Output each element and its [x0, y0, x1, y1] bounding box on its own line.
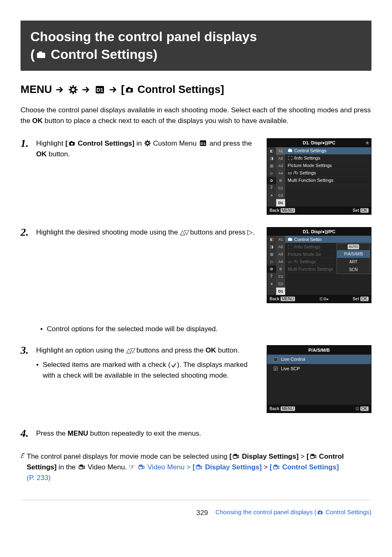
- my-tab-icon: ★: [267, 280, 276, 288]
- info-icon: ⛶: [288, 244, 292, 251]
- popup-row: AUTO: [337, 244, 370, 250]
- step-3-sub-bullet: • Selected items are marked with a check…: [36, 360, 259, 381]
- footer-section-link[interactable]: Choosing the control panel displays ( Co…: [215, 508, 371, 517]
- sec: B: [276, 177, 285, 184]
- t: Highlight: [36, 139, 65, 147]
- footnote: 𝓔́ The control panel displays for movie …: [21, 451, 371, 483]
- t: Control Settings): [324, 508, 371, 515]
- sec: C2: [276, 192, 285, 199]
- sec: B: [276, 265, 285, 273]
- lbl: /Info Settings: [294, 155, 320, 162]
- up-down-triangle-icon: △▽: [126, 347, 134, 354]
- sec: A4: [276, 258, 285, 265]
- lbl: /↻ Settings: [293, 258, 316, 265]
- sec-active: D1: [276, 288, 285, 295]
- menu-sections: A1 A2 A3 A4 B C1 C2 D1: [276, 147, 285, 207]
- t: Selected items are marked with a check (: [43, 361, 171, 369]
- right-triangle-icon: ▷: [247, 228, 253, 236]
- check-toggle-icon: ☑: [355, 406, 359, 411]
- t: Press the: [36, 429, 68, 437]
- bullet-icon: •: [36, 360, 39, 381]
- sec: C1: [276, 273, 285, 280]
- video-tab-icon: ▥: [267, 251, 276, 258]
- camera1-tab-icon: ◧: [267, 147, 276, 155]
- camera-icon: [68, 140, 76, 147]
- menu-header: D1. Disp/●))/PC: [303, 228, 335, 235]
- menu-item: ▭/↻ Settings: [285, 169, 371, 177]
- camera1-tab-icon: ◧: [267, 236, 276, 243]
- gear-tab-icon: ✿: [267, 177, 276, 184]
- back-label: Back: [270, 208, 279, 213]
- step-2: 2. Highlight the desired shooting mode u…: [21, 227, 371, 304]
- video-icon: [195, 464, 203, 471]
- camera-icon: [125, 86, 134, 94]
- step-number: 4.: [21, 428, 32, 439]
- t: Custom Menu: [151, 139, 198, 147]
- sec: A2: [276, 243, 285, 251]
- popup-row: ART: [337, 258, 370, 266]
- t: Highlight an option using the: [36, 346, 126, 354]
- arrow-icon: [81, 85, 92, 94]
- t: in: [134, 139, 144, 147]
- t: in the: [57, 463, 78, 471]
- t: buttons and press the: [134, 346, 205, 354]
- menu-path: MENU [ Control Settings]: [21, 81, 371, 97]
- arrow-icon: [55, 85, 65, 94]
- page-number: 329: [196, 508, 208, 518]
- t: button repeatedly to exit the menus.: [88, 429, 201, 437]
- sec: A3: [276, 251, 285, 258]
- menu-label: MENU: [21, 81, 52, 97]
- ok-label: OK: [36, 150, 47, 158]
- d1-badge-icon: [94, 85, 106, 95]
- t: Highlight the desired shooting mode usin…: [36, 228, 180, 236]
- t: button.: [47, 150, 70, 158]
- lbl: /↻ Settings: [293, 169, 316, 176]
- video-icon: [78, 464, 86, 471]
- gear-icon: [144, 139, 151, 147]
- auto-badge: AUTO: [348, 244, 359, 249]
- page-title-block: Choosing the control panel displays ( Co…: [21, 21, 371, 71]
- menu-footer: Back MENU ☰⚙▸ Set OK: [267, 295, 371, 303]
- arrow-icon: [108, 85, 119, 94]
- t: button.: [216, 346, 240, 354]
- menu-button-icon: MENU: [281, 208, 295, 213]
- sec: A2: [276, 155, 285, 162]
- camera-icon: [35, 50, 47, 60]
- menu-sections: A1 A2 A3 A4 B C1 C2 D1: [276, 236, 285, 295]
- step-2-body: Highlight the desired shooting mode usin…: [36, 227, 259, 238]
- step-2-sub-bullet: • Control options for the selected mode …: [40, 324, 371, 334]
- intro-b: button to place a check next to each of …: [43, 117, 288, 125]
- menu-label: MENU: [68, 429, 88, 437]
- set-label: Set: [353, 297, 359, 301]
- camera2-tab-icon: ◨: [267, 155, 276, 162]
- sec: A1: [276, 236, 285, 243]
- camera2-tab-icon: ◨: [267, 243, 276, 251]
- note-text: The control panel displays for movie mod…: [27, 451, 347, 483]
- lbl: Live Control: [281, 356, 305, 363]
- link-video-menu[interactable]: Video Menu > [ Display Settings]: [137, 463, 262, 471]
- mode-popup: AUTO P/A/S/M/B ART SCN: [337, 243, 370, 274]
- t: buttons and press: [188, 228, 248, 236]
- sec: A1: [276, 147, 285, 155]
- set-label: Set: [353, 208, 359, 213]
- step-1-body: Highlight [ Control Settings] in Custom …: [36, 138, 259, 159]
- lbl: Control Settings: [294, 147, 326, 154]
- up-down-triangle-icon: △▽: [180, 229, 188, 236]
- title-paren-open: (: [30, 47, 35, 62]
- star-icon: ★: [365, 139, 369, 146]
- my-tab-icon: ★: [267, 192, 276, 199]
- menu-items: Control Settings ⛶/Info Settings Picture…: [285, 147, 371, 207]
- t: >: [299, 453, 307, 460]
- back-label: Back: [270, 297, 279, 301]
- checkbox-checked-icon: [274, 367, 278, 371]
- ok-button-icon: OK: [360, 297, 369, 301]
- menu-header: D1. Disp/●))/PC: [303, 139, 335, 146]
- pointer-icon: ☞: [129, 463, 135, 471]
- ok-label: OK: [205, 346, 216, 354]
- lbl: Multi Function Settings: [288, 266, 333, 273]
- video-icon: [137, 464, 145, 471]
- popup-row-selected: P/A/S/M/B: [337, 250, 370, 258]
- breadcrumb-final: Control Settings]: [134, 83, 224, 95]
- lbl: Control Settin: [294, 236, 322, 243]
- bullet-icon: •: [40, 324, 44, 334]
